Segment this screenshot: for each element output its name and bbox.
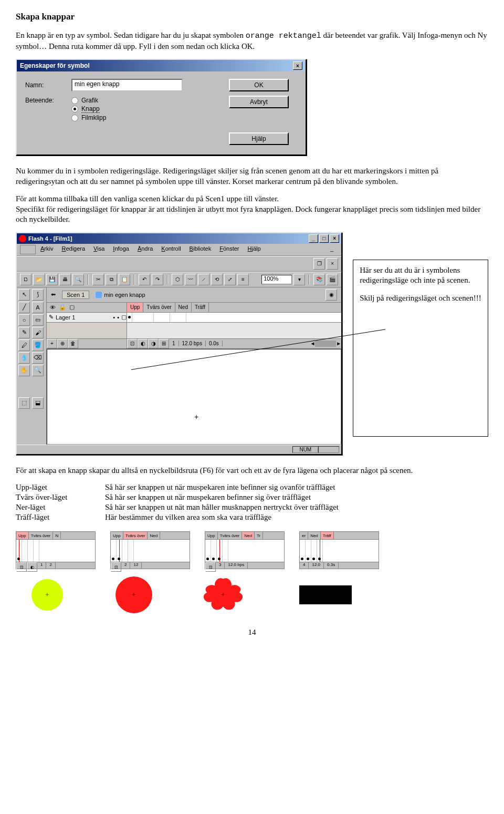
frame-number: 1 [169,341,179,346]
zoom-dropdown-icon[interactable]: ▾ [293,274,305,285]
frame-tab-ned[interactable]: Ned [175,303,192,312]
smooth-icon[interactable]: 〰 [185,274,196,285]
menu-hjalp[interactable]: Hjälp [244,245,265,254]
thumb-upp: Upp Tvärs över N ⊡◐12 [16,531,96,569]
straighten-icon[interactable]: ⟋ [198,274,209,285]
snap-icon[interactable]: ⬡ [172,274,183,285]
dropper-tool[interactable]: 💧 [18,352,30,364]
onion-icon[interactable]: ◐ [138,339,148,348]
center-frame-icon[interactable]: ⊡ [127,339,138,348]
lock-icon[interactable]: 🔒 [59,304,66,311]
hand-tool[interactable]: ✋ [18,365,30,376]
menu-arkiv[interactable]: Arkiv [37,245,57,254]
frame-tab-tvars[interactable]: Tvärs över [143,303,175,312]
upp-shape: + [32,579,63,611]
close-icon[interactable]: × [327,258,338,270]
new-icon[interactable]: 🗋 [20,274,32,285]
undo-icon[interactable]: ↶ [139,274,150,285]
body-text: För att komma tillbaka till den vanliga … [16,194,488,204]
close-icon[interactable]: × [293,61,302,70]
ned-shape: + [200,576,247,613]
library-icon[interactable]: 📚 [313,274,325,285]
close-icon[interactable]: × [330,234,339,243]
name-input[interactable]: min egen knapp [71,79,183,91]
add-guide-icon[interactable]: ⊕ [57,339,68,348]
toolbox: ↖ ⟆ ╱ A ○ ▭ ✎ 🖌 🖊 🪣 💧 ⌫ ✋ 🔍 [17,287,47,445]
line-tool[interactable]: ╱ [18,302,30,313]
intro-paragraph: En knapp är en typ av symbol. Sedan tidi… [16,30,488,51]
ink-tool[interactable]: 🖊 [18,339,30,351]
zoom-tool[interactable]: 🔍 [32,365,44,376]
name-label: Namn: [25,81,62,89]
timeline: 👁 🔒 ▢ ✎ Lager 1 ••▢ [47,303,341,349]
radio-knapp[interactable]: Knapp [71,105,213,113]
help-button[interactable]: Hjälp [229,132,289,145]
paste-icon[interactable]: 📋 [119,274,130,285]
layer-label: Lager 1 [56,314,75,321]
scene-tab[interactable]: Scen 1 [62,291,89,299]
restore-icon[interactable]: ❐ [313,258,325,270]
zoom-input[interactable]: 100% [261,275,292,284]
minimize-icon[interactable]: _ [309,234,318,243]
menu-kontroll[interactable]: Kontroll [158,245,184,254]
doc-icon [20,245,36,254]
edit-multi-icon[interactable]: ⊞ [159,339,169,348]
oval-tool[interactable]: ○ [18,314,30,326]
cancel-button[interactable]: Avbryt [229,96,289,108]
callout-box: Här ser du att du är i symbolens rediger… [353,260,488,437]
open-icon[interactable]: 📂 [33,274,45,285]
eye-icon[interactable]: 👁 [50,304,56,311]
frame-tab-upp[interactable]: Upp [127,303,143,312]
lasso-tool[interactable]: ⟆ [32,289,44,301]
preview-icon[interactable]: 🔍 [72,274,84,285]
redo-icon[interactable]: ↷ [152,274,163,285]
button-state-shapes: + + + [16,576,488,613]
arrow-tool[interactable]: ↖ [18,289,30,301]
body-text: Specifikt för redigeringsläget för knapp… [16,204,488,225]
movie-icon[interactable]: 🎬 [327,274,338,285]
cut-icon[interactable]: ✂ [92,274,104,285]
symbol-properties-dialog: Egenskaper för symbol × Namn: min egen k… [16,59,307,156]
option-icon[interactable]: ⬓ [32,397,44,409]
outline-icon[interactable]: ▢ [69,304,75,311]
rect-tool[interactable]: ▭ [32,314,44,326]
stage[interactable]: + [47,349,341,445]
option-icon[interactable]: ⬚ [18,397,30,409]
pencil-tool[interactable]: ✎ [18,327,30,338]
menu-bibliotek[interactable]: Bibliotek [186,245,215,254]
onion-outline-icon[interactable]: ◑ [148,339,159,348]
app-title: Flash 4 - [Film1] [28,235,72,242]
layer-row[interactable]: ✎ Lager 1 ••▢ [47,313,127,323]
rotate-icon[interactable]: ⟲ [211,274,223,285]
thumb-tvars: Upp Tvärs över Ned ⊡212 [110,531,190,569]
add-layer-icon[interactable]: + [47,339,57,348]
eraser-tool[interactable]: ⌫ [32,352,44,364]
radio-filmklipp[interactable]: Filmklipp [71,114,213,121]
definition-list: Upp-lägetSå här ser knappen ut när muspe… [16,483,488,522]
restore-icon[interactable]: □ [319,234,329,243]
radio-grafik[interactable]: Grafik [71,97,213,104]
ok-button[interactable]: OK [229,79,289,91]
menu-fonster[interactable]: Fönster [216,245,243,254]
bucket-tool[interactable]: 🪣 [32,339,44,351]
menu-visa[interactable]: Visa [90,245,108,254]
scene-menu-icon[interactable]: ◉ [326,289,337,301]
text-tool[interactable]: A [32,302,44,313]
menu-infoga[interactable]: Infoga [109,245,133,254]
save-icon[interactable]: 💾 [46,274,58,285]
delete-layer-icon[interactable]: 🗑 [68,339,78,348]
align-icon[interactable]: ≡ [237,274,249,285]
print-icon[interactable]: 🖶 [59,274,71,285]
tvars-shape: + [116,576,152,613]
scroll-right-icon[interactable]: ► [336,341,341,346]
fps-display: 12.0 bps [179,341,206,346]
scale-icon[interactable]: ⤢ [224,274,236,285]
pencil-icon: ✎ [49,314,54,321]
copy-icon[interactable]: ⧉ [106,274,117,285]
menu-andra[interactable]: Ändra [134,245,156,254]
menu-redigera[interactable]: Redigera [58,245,89,254]
brush-tool[interactable]: 🖌 [32,327,44,338]
menubar[interactable]: Arkiv Redigera Visa Infoga Ändra Kontrol… [17,244,341,256]
frame-tab-traff[interactable]: Träff [192,303,209,312]
back-icon[interactable]: ⬅ [51,291,56,298]
